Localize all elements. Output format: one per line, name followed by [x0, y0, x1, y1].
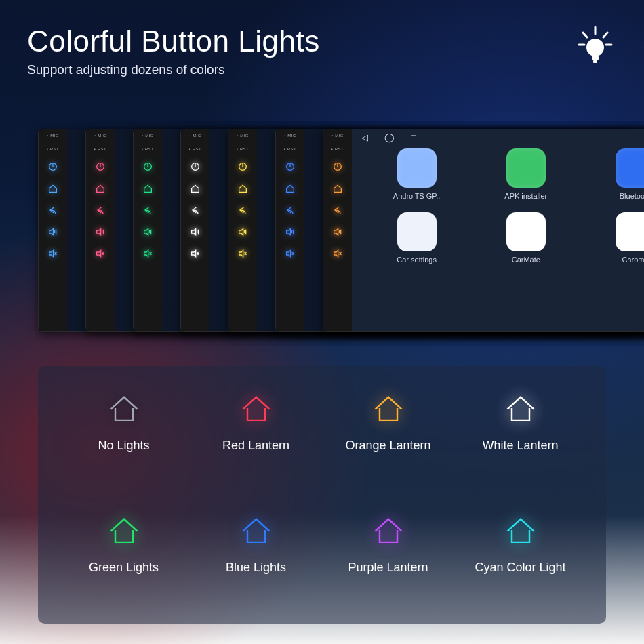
app-icon: [616, 212, 644, 251]
app-icon: [397, 148, 437, 188]
android-navbar: ◁◯□: [361, 132, 416, 142]
side-button-icon[interactable]: [189, 182, 201, 195]
side-button-icon[interactable]: [189, 161, 201, 173]
side-button-icon[interactable]: [331, 226, 344, 238]
side-button-icon[interactable]: [47, 182, 59, 195]
app-label: AndroiTS GP..: [393, 192, 441, 200]
side-button-icon[interactable]: [189, 247, 201, 260]
rst-label: • RST: [94, 147, 106, 151]
side-button-icon[interactable]: [47, 161, 59, 173]
mic-label: • MIC: [47, 134, 58, 138]
device-stack: • MIC • RST • MIC • RST • MIC • RST • MI…: [38, 129, 644, 353]
device-side-buttons: • MIC • RST: [134, 134, 162, 260]
app-2[interactable]: Bluetooth: [590, 148, 644, 200]
side-button-icon[interactable]: [94, 182, 106, 195]
device-side-buttons: • MIC • RST: [86, 134, 115, 260]
device-side-buttons: • MIC • RST: [228, 134, 257, 260]
side-button-icon[interactable]: [331, 204, 344, 216]
color-option-label: No Lights: [98, 439, 149, 453]
nav-icon-2[interactable]: □: [411, 132, 416, 142]
app-0[interactable]: AndroiTS GP..: [372, 148, 461, 200]
side-button-icon[interactable]: [331, 161, 344, 173]
header-text: Colorful Button Lights Support adjusting…: [27, 24, 320, 77]
side-button-icon[interactable]: [237, 161, 249, 173]
rst-label: • RST: [237, 147, 249, 151]
app-1[interactable]: APK installer: [481, 148, 570, 200]
app-label: Chrome: [622, 256, 644, 264]
color-option-label: Green Lights: [89, 561, 159, 575]
app-icon: [616, 148, 644, 188]
device-side-buttons: • MIC • RST: [276, 134, 304, 260]
color-option-5[interactable]: Blue Lights: [200, 514, 312, 605]
mic-label: • MIC: [94, 134, 106, 138]
side-button-icon[interactable]: [284, 247, 296, 260]
color-option-label: Blue Lights: [226, 561, 286, 575]
rst-label: • RST: [189, 147, 201, 151]
rst-label: • RST: [142, 147, 154, 151]
lightbulb-icon: [573, 24, 617, 68]
side-button-icon[interactable]: [47, 226, 59, 238]
device-screen: ◁◯□ AndroiTS GP.. APK installer: [352, 129, 644, 331]
app-label: Bluetooth: [620, 192, 644, 200]
side-button-icon[interactable]: [237, 247, 249, 260]
side-button-icon[interactable]: [331, 182, 344, 195]
rst-label: • RST: [331, 147, 344, 151]
side-button-icon[interactable]: [284, 226, 296, 238]
side-button-icon[interactable]: [189, 204, 201, 216]
side-button-icon[interactable]: [142, 247, 154, 260]
app-5[interactable]: Car settings: [372, 212, 461, 264]
mic-label: • MIC: [237, 134, 248, 138]
house-icon: [371, 392, 406, 428]
svg-point-0: [586, 39, 604, 56]
side-button-icon[interactable]: [94, 226, 106, 238]
side-button-icon[interactable]: [189, 226, 201, 238]
svg-line-5: [583, 33, 587, 37]
color-option-label: White Lantern: [482, 439, 558, 453]
color-option-2[interactable]: Orange Lantern: [332, 392, 444, 483]
color-option-1[interactable]: Red Lantern: [200, 392, 312, 483]
house-icon: [371, 514, 406, 550]
side-button-icon[interactable]: [94, 247, 106, 260]
color-option-0[interactable]: No Lights: [68, 392, 180, 483]
side-button-icon[interactable]: [142, 204, 154, 216]
nav-icon-1[interactable]: ◯: [384, 132, 395, 142]
side-button-icon[interactable]: [237, 204, 249, 216]
side-button-icon[interactable]: [47, 204, 59, 216]
app-icon: [397, 212, 437, 251]
side-button-icon[interactable]: [284, 182, 296, 195]
side-button-icon[interactable]: [284, 204, 296, 216]
color-option-3[interactable]: White Lantern: [464, 392, 576, 483]
side-button-icon[interactable]: [284, 161, 296, 173]
rst-label: • RST: [47, 147, 59, 151]
mic-label: • MIC: [189, 134, 201, 138]
color-options-panel: No Lights Red Lantern Orange Lantern Whi…: [38, 366, 606, 624]
app-icon: [506, 212, 546, 251]
app-label: Car settings: [397, 256, 437, 264]
color-option-label: Orange Lantern: [345, 439, 430, 453]
color-option-4[interactable]: Green Lights: [68, 514, 180, 605]
side-button-icon[interactable]: [142, 161, 154, 173]
side-button-icon[interactable]: [331, 247, 344, 260]
house-icon: [503, 514, 538, 550]
side-button-icon[interactable]: [237, 226, 249, 238]
color-option-6[interactable]: Purple Lantern: [332, 514, 444, 605]
app-6[interactable]: CarMate: [481, 212, 570, 264]
house-icon: [239, 392, 274, 428]
color-option-7[interactable]: Cyan Color Light: [464, 514, 576, 605]
app-grid: AndroiTS GP.. APK installer Bluetooth: [372, 148, 644, 264]
svg-line-4: [603, 33, 607, 37]
side-button-icon[interactable]: [237, 182, 249, 195]
device-side-buttons: • MIC • RST: [323, 134, 352, 260]
side-button-icon[interactable]: [142, 182, 154, 195]
nav-icon-0[interactable]: ◁: [361, 132, 368, 142]
mic-label: • MIC: [142, 134, 153, 138]
page-subtitle: Support adjusting dozens of colors: [27, 62, 320, 77]
house-icon: [106, 514, 142, 550]
side-button-icon[interactable]: [94, 204, 106, 216]
side-button-icon[interactable]: [47, 247, 59, 260]
side-button-icon[interactable]: [94, 161, 106, 173]
svg-rect-2: [593, 60, 597, 63]
app-label: APK installer: [504, 192, 547, 200]
side-button-icon[interactable]: [142, 226, 154, 238]
app-7[interactable]: Chrome: [590, 212, 644, 264]
